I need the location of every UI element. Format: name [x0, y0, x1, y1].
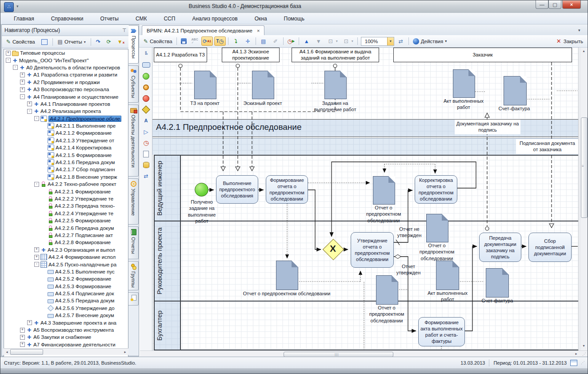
tree-item[interactable]: А4.2.2.4 Утверждение те: [4, 210, 128, 217]
tree-expand-toggle[interactable]: +: [6, 51, 11, 56]
tree-item[interactable]: +А4.3 Завершение проекта и ана: [4, 319, 128, 326]
tree-expand-toggle[interactable]: +: [20, 72, 25, 77]
tree-item[interactable]: +А4.1 Планирование проектов: [4, 101, 128, 108]
tab-list-arrow-icon[interactable]: ▾: [578, 28, 580, 32]
tree-horizontal-scrollbar[interactable]: ◂ ▸: [4, 348, 128, 355]
tree-expand-toggle[interactable]: +: [20, 80, 25, 84]
tree-item[interactable]: -А4.2.5 Пуско-наладочные ра: [4, 261, 128, 268]
tree-item[interactable]: +А7 Финансирование деятельности: [4, 341, 128, 348]
tree-item[interactable]: А4.2.5.4 Подписание док: [4, 290, 128, 297]
menu-item-2[interactable]: Отчеты: [99, 14, 119, 23]
document-node[interactable]: [373, 176, 395, 205]
tree-item[interactable]: А4.2.5.1 Выполнение пус: [4, 268, 128, 275]
tree-item[interactable]: +А4.2.4 Формирование испол: [4, 253, 128, 261]
document-node[interactable]: [504, 76, 527, 105]
close-window-button[interactable]: ×: [562, 0, 581, 9]
export-image-button[interactable]: ▤: [258, 37, 269, 45]
tab-close-icon[interactable]: ×: [257, 28, 260, 33]
tree-expand-toggle[interactable]: -: [34, 262, 39, 267]
side-tab-reports[interactable]: Отчеты: [128, 226, 139, 259]
side-tab-objects[interactable]: Объекты деятельности: [128, 105, 139, 177]
document-node[interactable]: [426, 214, 448, 242]
tree-item[interactable]: А4.2.1.2 Формирование: [4, 129, 128, 137]
simulation-button[interactable]: ◷▶: [286, 37, 296, 45]
side-tab-management[interactable]: Управление: [128, 178, 139, 225]
scroll-down-icon[interactable]: ▾: [580, 343, 587, 349]
side-tab-newpage[interactable]: [128, 292, 139, 306]
task-node[interactable]: Сбор подписанной документации: [528, 233, 572, 262]
document-node[interactable]: [194, 71, 216, 99]
tree-item[interactable]: +Типовые процессы: [4, 49, 128, 56]
properties-button[interactable]: ✎Свойства: [142, 37, 174, 45]
tree-item[interactable]: А4.2.1.3 Утверждение от: [4, 137, 128, 144]
tab-bpmn-diagram[interactable]: BPMN: А4.2.1 Предпроектное обследование …: [142, 25, 264, 36]
tree-item[interactable]: +А3 Воспроизводство персонала: [4, 86, 128, 93]
nav-properties-button[interactable]: ✎Свойства: [4, 38, 37, 46]
external-process-header[interactable]: A4.1.2 Разработка ТЗ: [154, 48, 207, 62]
nav-refresh-button[interactable]: ⟳: [104, 38, 113, 46]
side-tab-processes[interactable]: Процессы: [128, 25, 139, 64]
palette-connector-tool[interactable]: ╚: [142, 50, 150, 57]
tree-item[interactable]: А4.2.1.4 Корректировка: [4, 144, 128, 151]
nav-reports-button[interactable]: ▤Отчеты▾: [56, 38, 88, 46]
palette-timer-tool[interactable]: ◷: [142, 139, 150, 146]
side-tab-groups[interactable]: Группы: [128, 261, 139, 290]
task-node[interactable]: Выполнение предпроектного обследования: [216, 175, 258, 204]
scroll-left-icon[interactable]: ◂: [4, 349, 10, 355]
zoom-dropdown-icon[interactable]: ▾: [387, 37, 394, 45]
fit-diagram-button[interactable]: ✛: [243, 37, 253, 45]
tree-expand-toggle[interactable]: -: [27, 109, 32, 114]
document-node[interactable]: [486, 268, 509, 298]
save-button[interactable]: [179, 37, 188, 45]
maximize-button[interactable]: ▢: [548, 0, 561, 9]
tree-item[interactable]: +А6 Закупки и снабжение: [4, 334, 128, 341]
task-node[interactable]: Утверждение отчета о предпроектном обсле…: [351, 232, 394, 268]
scroll-right-icon[interactable]: ▸: [573, 351, 580, 357]
palette-task-tool[interactable]: [142, 61, 150, 68]
menu-item-5[interactable]: Анализ процессов: [191, 14, 238, 23]
scroll-right-icon[interactable]: ▸: [122, 349, 128, 355]
external-process-header[interactable]: Заказчик: [393, 48, 572, 62]
tree-item[interactable]: А4.2.1.7 Сбор подписанн: [4, 166, 128, 173]
tree-item[interactable]: А4.2.2.7 Подписание акт: [4, 232, 128, 239]
tree-item[interactable]: А4.2.1.1 Выполнение пре: [4, 122, 128, 129]
external-process-header[interactable]: A4.1.6 Формирование и выдача заданий на …: [292, 48, 379, 62]
minimize-button[interactable]: —: [536, 0, 548, 9]
menu-item-0[interactable]: Главная: [13, 14, 35, 23]
nav-filter-button[interactable]: ▼x: [115, 38, 127, 46]
zoom-combo[interactable]: 100% ▾: [361, 37, 394, 46]
diagram-horizontal-scrollbar[interactable]: ||| ▸ ⋰: [140, 350, 588, 357]
start-event[interactable]: [195, 183, 208, 197]
tree-expand-toggle[interactable]: -: [34, 182, 39, 187]
palette-datastore-tool[interactable]: [142, 161, 150, 169]
actions-button[interactable]: Действия▾: [411, 37, 448, 45]
menu-item-4[interactable]: ССП: [163, 14, 176, 23]
auto-number-toggle[interactable]: ⟳А1: [201, 36, 213, 46]
tree-item[interactable]: А4.2.2.1 Формирование: [4, 188, 128, 195]
document-node[interactable]: [252, 71, 274, 99]
tree-item[interactable]: А4.2.2.6 Передача докум: [4, 224, 128, 231]
task-node[interactable]: Формирование отчета о предпроектном обсл…: [266, 175, 308, 204]
tree-item[interactable]: А4.2.2.2 Утверждение те: [4, 195, 128, 202]
spellcheck-button[interactable]: ABC✓: [190, 37, 200, 45]
next-diagram-button[interactable]: ⊡▾: [341, 37, 355, 45]
tree-item[interactable]: +А1 Разработка стратегии и развити: [4, 71, 128, 78]
nav-goto-button[interactable]: ↷: [94, 38, 103, 46]
tree-item[interactable]: А4.2.5.5 Передача докум: [4, 297, 128, 304]
menu-item-1[interactable]: Справочники: [50, 14, 84, 23]
tree-item[interactable]: А4.2.2.8 Формирование: [4, 239, 128, 246]
tree-item[interactable]: А4.2.1.6 Передача докум: [4, 159, 128, 166]
time-toggle[interactable]: Т◷: [214, 36, 226, 46]
task-node[interactable]: Корректировка отчета о предпроектном обс…: [415, 175, 457, 204]
diagram-vertical-scrollbar[interactable]: ▴ ≡ ▾: [580, 48, 588, 350]
tree-expand-toggle[interactable]: +: [20, 328, 25, 333]
navigate-down-button[interactable]: ▼: [313, 37, 324, 45]
tree-item[interactable]: +А5 Воспроизводство инструмента: [4, 326, 128, 334]
document-node[interactable]: [324, 71, 347, 99]
tree-item[interactable]: -А4.2 Реализация проекта: [4, 108, 128, 115]
tree-expand-toggle[interactable]: +: [34, 255, 39, 260]
tree-item[interactable]: -Модель_ООО "ИнТехПроект": [4, 56, 128, 64]
prev-diagram-button[interactable]: ⊡▾: [325, 37, 340, 45]
palette-interface-tool[interactable]: ▷: [142, 128, 150, 135]
tree-item[interactable]: А4.2.5.3 Формирование: [4, 283, 128, 290]
